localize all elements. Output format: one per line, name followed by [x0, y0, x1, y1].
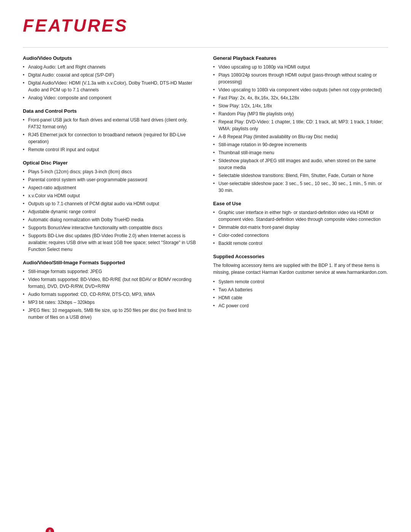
page-number: 6	[46, 527, 54, 532]
list-item: Plays 5-inch (12cm) discs; plays 3-inch …	[23, 168, 198, 175]
section-general-playback: General Playback Features Video upscalin…	[213, 55, 388, 194]
list-item: Video upscaling to 1080i via component v…	[213, 86, 388, 93]
left-column: Audio/Video Outputs Analog Audio: Left a…	[23, 55, 198, 328]
list-item: Random Play (MP3 file playlists only)	[213, 110, 388, 117]
list-item: Digital Audio: coaxial and optical (S/P-…	[23, 72, 198, 78]
section-av-still-formats: Audio/Video/Still-Image Formats Supporte…	[23, 260, 198, 321]
list-item: Digital Audio/Video: HDMI (V.1.3a with x…	[23, 80, 198, 93]
section-supplied-accessories: Supplied Accessories The following acces…	[213, 254, 388, 309]
list-item: Audio formats supported: CD, CD-R/RW, DT…	[23, 291, 198, 298]
list-item: Adjustable dynamic range control	[23, 208, 198, 215]
list-item: Selectable slideshow transitions: Blend,…	[213, 172, 388, 179]
right-column: General Playback Features Video upscalin…	[213, 55, 388, 328]
list-item: Plays 1080/24p sources through HDMI outp…	[213, 72, 388, 85]
section-title-general-playback: General Playback Features	[213, 55, 388, 61]
list-item: x.v.Color via HDMI output	[23, 192, 198, 199]
list-supplied-accessories: System remote control Two AA batteries H…	[213, 278, 388, 309]
list-item: Supports BonusView interactive functiona…	[23, 224, 198, 231]
section-title-av-still-formats: Audio/Video/Still-Image Formats Supporte…	[23, 260, 198, 265]
list-item: Slideshow playback of JPEG still images …	[213, 157, 388, 171]
list-item: Backlit remote control	[213, 240, 388, 247]
list-item: Still-image rotation in 90-degree increm…	[213, 141, 388, 148]
list-item: Front-panel USB jack for flash drives an…	[23, 117, 198, 130]
list-item: RJ45 Ethernet jack for connection to bro…	[23, 131, 198, 145]
list-audio-video-outputs: Analog Audio: Left and Right channels Di…	[23, 64, 198, 101]
list-item: Color-coded connections	[213, 232, 388, 239]
list-item: Still-image formats supported: JPEG	[23, 268, 198, 275]
list-item: Parental control system with user-progra…	[23, 176, 198, 183]
list-item: Video formats supported: BD-Video, BD-R/…	[23, 276, 198, 290]
list-item: AC power cord	[213, 302, 388, 309]
list-item: Two AA batteries	[213, 286, 388, 293]
list-item: JPEG files: 10 megapixels, 5MB file size…	[23, 307, 198, 321]
section-title-optical-disc-player: Optical Disc Player	[23, 160, 198, 166]
list-item: Dimmable dot-matrix front-panel display	[213, 224, 388, 231]
section-optical-disc-player: Optical Disc Player Plays 5-inch (12cm) …	[23, 160, 198, 253]
section-title-audio-video-outputs: Audio/Video Outputs	[23, 55, 198, 61]
list-item: Analog Audio: Left and Right channels	[23, 64, 198, 70]
list-item: A-B Repeat Play (limited availability on…	[213, 133, 388, 140]
section-title-supplied-accessories: Supplied Accessories	[213, 254, 388, 259]
list-item: Thumbnail still-image menu	[213, 149, 388, 156]
list-item: Video upscaling up to 1080p via HDMI out…	[213, 64, 388, 70]
section-ease-of-use: Ease of Use Graphic user interface in ei…	[213, 201, 388, 247]
list-item: Remote control IR input and output	[23, 146, 198, 153]
list-data-control-ports: Front-panel USB jack for flash drives an…	[23, 117, 198, 153]
list-item: Automatic dialog normalization with Dolb…	[23, 216, 198, 223]
list-item: Analog Video: composite and component	[23, 94, 198, 101]
section-audio-video-outputs: Audio/Video Outputs Analog Audio: Left a…	[23, 55, 198, 101]
list-optical-disc-player: Plays 5-inch (12cm) discs; plays 3-inch …	[23, 168, 198, 253]
list-general-playback: Video upscaling up to 1080p via HDMI out…	[213, 64, 388, 194]
list-item: Supports BD-Live disc updates (BD-Video …	[23, 232, 198, 253]
list-item: Repeat Play: DVD-Video: 1 chapter, 1 tit…	[213, 118, 388, 132]
list-item: Fast Play: 2x, 4x, 8x,16x, 32x, 64x,128x	[213, 94, 388, 101]
list-item: User-selectable slideshow pace: 3 sec., …	[213, 180, 388, 194]
section-title-ease-of-use: Ease of Use	[213, 201, 388, 206]
section-data-control-ports: Data and Control Ports Front-panel USB j…	[23, 108, 198, 153]
section-title-data-control-ports: Data and Control Ports	[23, 108, 198, 114]
list-item: Outputs up to 7.1-channels of PCM digita…	[23, 200, 198, 207]
list-item: Slow Play: 1/2x, 1/4x, 1/8x	[213, 102, 388, 109]
list-av-still-formats: Still-image formats supported: JPEG Vide…	[23, 268, 198, 321]
list-item: Aspect-ratio adjustment	[23, 184, 198, 191]
list-item: HDMI cable	[213, 294, 388, 301]
list-item: MP3 bit rates: 32kbps – 320kbps	[23, 299, 198, 306]
list-item: Graphic user interface in either high- o…	[213, 209, 388, 223]
page-title: FEATURES	[23, 15, 388, 36]
list-ease-of-use: Graphic user interface in either high- o…	[213, 209, 388, 247]
list-item: System remote control	[213, 278, 388, 285]
supplied-accessories-intro: The following accessory items are suppli…	[213, 262, 388, 276]
